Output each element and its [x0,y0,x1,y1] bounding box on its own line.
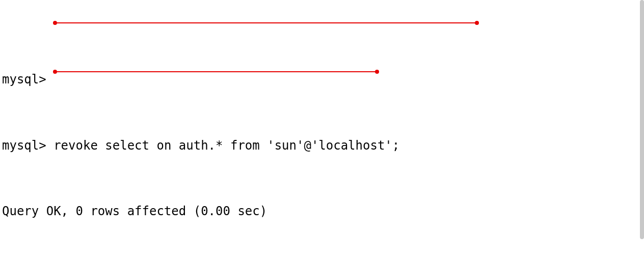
revoke-command[interactable]: revoke select on auth.* from 'sun'@'loca… [46,138,400,153]
query-result-1: Query OK, 0 rows affected (0.00 sec) [2,203,642,219]
mysql-prompt: mysql> [2,138,46,153]
terminal-prev-prompt: mysql> [2,71,642,88]
scrollbar-thumb[interactable] [640,0,644,239]
scrollbar-track[interactable] [640,0,644,261]
terminal-line: mysql> revoke select on auth.* from 'sun… [2,137,642,154]
red-underline-annotation-1 [55,22,477,23]
